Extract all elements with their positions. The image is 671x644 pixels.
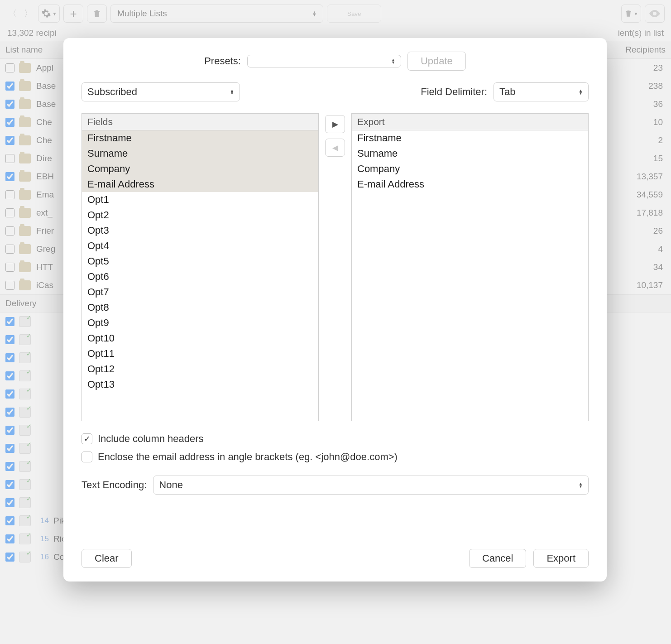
- fields-header: Fields: [82, 114, 318, 130]
- include-headers-checkbox[interactable]: [81, 433, 92, 444]
- encoding-label: Text Encoding:: [81, 479, 147, 491]
- encoding-value: None: [159, 479, 579, 491]
- include-headers-label: Include column headers: [98, 433, 204, 445]
- move-left-button[interactable]: ◀: [325, 139, 345, 157]
- status-value: Subscribed: [87, 86, 230, 98]
- field-item[interactable]: Opt1: [82, 192, 318, 207]
- field-item[interactable]: Opt5: [82, 254, 318, 269]
- field-item[interactable]: Opt2: [82, 207, 318, 223]
- field-item[interactable]: Opt4: [82, 238, 318, 254]
- field-item[interactable]: Company: [82, 161, 318, 177]
- delimiter-value: Tab: [499, 86, 579, 98]
- field-item[interactable]: Opt3: [82, 223, 318, 238]
- field-item[interactable]: E-mail Address: [82, 177, 318, 192]
- export-header: Export: [352, 114, 588, 130]
- field-item[interactable]: Opt12: [82, 361, 318, 377]
- export-item[interactable]: Firstname: [352, 130, 588, 146]
- export-item[interactable]: E-mail Address: [352, 177, 588, 192]
- field-item[interactable]: Opt7: [82, 284, 318, 300]
- field-item[interactable]: Opt6: [82, 269, 318, 284]
- angle-brackets-checkbox[interactable]: [81, 452, 92, 462]
- field-item[interactable]: Opt9: [82, 315, 318, 331]
- update-button[interactable]: Update: [407, 52, 466, 71]
- encoding-select[interactable]: None ▲▼: [153, 476, 589, 495]
- export-dialog: Presets: ▲▼ Update Subscribed ▲▼ Field D…: [63, 38, 607, 582]
- export-item[interactable]: Company: [352, 161, 588, 177]
- updown-icon: ▲▼: [391, 58, 395, 64]
- field-item[interactable]: Opt8: [82, 300, 318, 315]
- updown-icon: ▲▼: [230, 89, 234, 95]
- updown-icon: ▲▼: [579, 89, 583, 95]
- field-item[interactable]: Surname: [82, 146, 318, 161]
- updown-icon: ▲▼: [579, 482, 583, 488]
- presets-label: Presets:: [204, 55, 241, 67]
- field-item[interactable]: Firstname: [82, 130, 318, 146]
- export-item[interactable]: Surname: [352, 146, 588, 161]
- field-item[interactable]: Opt10: [82, 331, 318, 346]
- export-button[interactable]: Export: [533, 549, 589, 568]
- fields-listbox[interactable]: Fields FirstnameSurnameCompanyE-mail Add…: [81, 113, 319, 421]
- delimiter-label: Field Delimiter:: [421, 86, 487, 98]
- field-item[interactable]: Opt11: [82, 346, 318, 361]
- export-listbox[interactable]: Export FirstnameSurnameCompanyE-mail Add…: [351, 113, 589, 421]
- clear-button[interactable]: Clear: [81, 549, 132, 568]
- angle-brackets-label: Enclose the email address in angle brack…: [98, 451, 398, 463]
- move-right-button[interactable]: ▶: [325, 115, 345, 133]
- presets-select[interactable]: ▲▼: [247, 55, 401, 67]
- status-select[interactable]: Subscribed ▲▼: [81, 82, 240, 101]
- field-item[interactable]: Opt13: [82, 377, 318, 392]
- cancel-button[interactable]: Cancel: [469, 549, 526, 568]
- delimiter-select[interactable]: Tab ▲▼: [494, 82, 589, 101]
